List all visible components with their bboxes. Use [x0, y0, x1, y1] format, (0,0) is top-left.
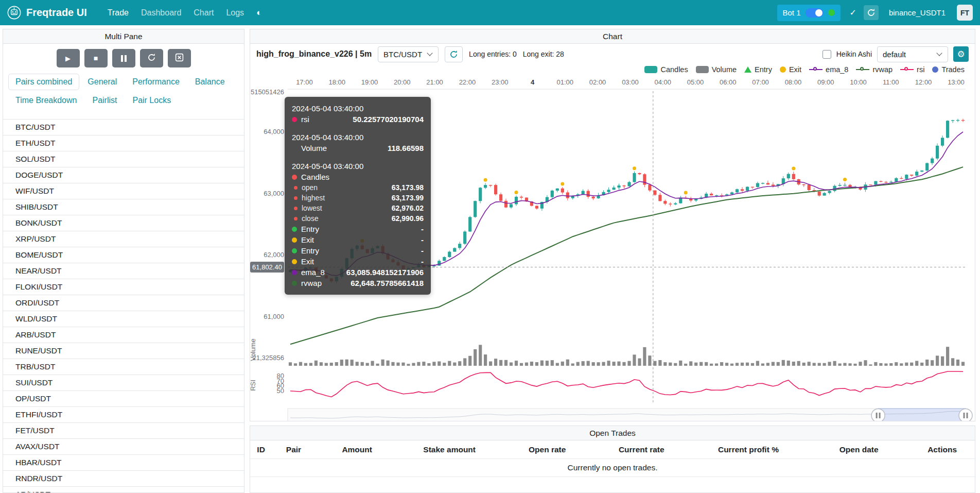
heikin-ashi-label: Heikin Ashi — [836, 50, 872, 58]
pair-list-item[interactable]: AR/USDT — [3, 487, 244, 493]
datazoom-handle-right[interactable] — [959, 409, 972, 422]
legend-label: Trades — [941, 65, 965, 74]
pair-list-item[interactable]: DOGE/USDT — [3, 167, 244, 183]
tab-general[interactable]: General — [80, 74, 124, 90]
start-button[interactable]: ▶ — [57, 49, 80, 67]
column-header-open-date: Open date — [808, 440, 909, 459]
tooltip-value: 62,976.02 — [392, 203, 424, 213]
bot-toggle[interactable] — [806, 8, 824, 18]
refresh-chart-button[interactable] — [445, 46, 463, 62]
price-axis-tick: 63,000 — [264, 190, 284, 197]
legend-label: Exit — [789, 65, 801, 74]
datazoom-handle-left[interactable] — [871, 409, 885, 422]
pair-list-item[interactable]: ETHFI/USDT — [3, 407, 244, 423]
candles-legend-icon — [644, 66, 657, 73]
pair-list-item[interactable]: BONK/USDT — [3, 215, 244, 231]
nav-link-trade[interactable]: Trade — [101, 5, 135, 21]
rsi-marker — [292, 117, 297, 122]
pair-list-item[interactable]: ARB/USDT — [3, 327, 244, 343]
pair-list-item[interactable]: SUI/USDT — [3, 375, 244, 391]
pair-list-item[interactable]: FET/USDT — [3, 423, 244, 439]
tab-balance[interactable]: Balance — [188, 74, 232, 90]
tab-performance[interactable]: Performance — [125, 74, 187, 90]
tooltip-row: Entry- — [292, 245, 424, 256]
tab-pair-locks[interactable]: Pair Locks — [125, 92, 178, 109]
datazoom-selection[interactable] — [878, 409, 966, 421]
x-axis-label: 05:00 — [687, 78, 704, 86]
price-axis-tick: 62,000 — [264, 251, 284, 259]
tooltip-group: 2024-05-04 03:40:00rsi50.22577020190704 — [292, 103, 424, 125]
tooltip-row: Candles — [292, 172, 424, 182]
nav-link-dashboard[interactable]: Dashboard — [135, 5, 187, 21]
x-axis-label: 21:00 — [426, 78, 443, 86]
x-axis-label: 08:00 — [785, 78, 802, 86]
plot-config-select[interactable]: default — [877, 46, 948, 62]
entry-marker — [292, 227, 297, 232]
legend-item-trades[interactable]: Trades — [932, 65, 965, 74]
legend-item-volume[interactable]: Volume — [696, 65, 737, 74]
table-row: Currently no open trades. — [250, 459, 975, 477]
tab-time-breakdown[interactable]: Time Breakdown — [8, 92, 84, 109]
tab-pairs-combined[interactable]: Pairs combined — [8, 74, 79, 90]
legend-item-entry[interactable]: Entry — [744, 65, 772, 74]
force-exit-button[interactable] — [168, 49, 191, 67]
pair-list-item[interactable]: RNDR/USDT — [3, 471, 244, 487]
legend-item-rvwap[interactable]: rvwap — [856, 65, 892, 74]
pair-list-item[interactable]: WIF/USDT — [3, 183, 244, 199]
x-axis-label: 02:00 — [589, 78, 606, 86]
tooltip-label: open — [302, 182, 318, 193]
entry-marker — [292, 248, 297, 253]
stop-icon: ■ — [94, 55, 98, 62]
pause-button[interactable] — [112, 49, 135, 67]
pair-select[interactable]: BTC/USDT — [378, 46, 439, 62]
reload-button[interactable] — [140, 49, 163, 67]
pair-list-item[interactable]: SOL/USDT — [3, 151, 244, 167]
multi-pane-tabs: Pairs combinedGeneralPerformanceBalanceT… — [3, 70, 244, 111]
pair-list: BTC/USDTETH/USDTSOL/USDTDOGE/USDTWIF/USD… — [3, 119, 244, 493]
pair-list-item[interactable]: XRP/USDT — [3, 231, 244, 247]
pair-list-item[interactable]: BTC/USDT — [3, 120, 244, 135]
lowest-marker — [294, 207, 297, 210]
plot-settings-button[interactable]: ⚙ — [953, 46, 969, 62]
avatar[interactable]: FT — [957, 5, 973, 21]
tab-pairlist[interactable]: Pairlist — [85, 92, 124, 109]
pair-list-item[interactable]: WLD/USDT — [3, 311, 244, 327]
nav-link-chart[interactable]: Chart — [187, 5, 220, 21]
rvwap-legend-icon — [856, 66, 869, 73]
pair-list-item[interactable]: NEAR/USDT — [3, 263, 244, 279]
pair-list-item[interactable]: AVAX/USDT — [3, 439, 244, 455]
pair-list-item[interactable]: TRB/USDT — [3, 359, 244, 375]
stop-button[interactable]: ■ — [84, 49, 108, 67]
datazoom-track[interactable] — [288, 409, 966, 421]
pair-list-item[interactable]: RUNE/USDT — [3, 343, 244, 359]
pair-list-item[interactable]: ETH/USDT — [3, 135, 244, 151]
rsi-axis-tick: 50 — [277, 387, 284, 395]
close-marker — [294, 217, 297, 220]
open-trades-header: Open Trades — [250, 426, 975, 440]
empty-trades-message: Currently no open trades. — [250, 459, 975, 477]
theme-toggle-icon[interactable]: ◐ — [256, 8, 261, 18]
open-trades-panel: Open Trades IDPairAmountStake amountOpen… — [250, 426, 975, 493]
entry-legend-icon — [744, 66, 751, 73]
pair-list-item[interactable]: HBAR/USDT — [3, 455, 244, 471]
x-axis-label: 22:00 — [459, 78, 476, 86]
tooltip-label: rvwap — [301, 278, 322, 288]
pair-list-item[interactable]: BOME/USDT — [3, 247, 244, 263]
app-brand[interactable]: Freqtrade UI — [7, 6, 87, 20]
legend-item-ema_8[interactable]: ema_8 — [809, 65, 848, 74]
pair-list-item[interactable]: FLOKI/USDT — [3, 279, 244, 295]
tooltip-row: ema_863,085.948152171906 — [292, 267, 424, 278]
pair-list-item[interactable]: ORDI/USDT — [3, 295, 244, 311]
legend-item-exit[interactable]: Exit — [780, 65, 801, 74]
bot-selector[interactable]: Bot 1 — [777, 5, 841, 21]
heikin-ashi-checkbox[interactable] — [822, 50, 831, 59]
nav-link-logs[interactable]: Logs — [220, 5, 250, 21]
reload-bot-button[interactable] — [864, 5, 879, 20]
legend-item-rsi[interactable]: rsi — [900, 65, 924, 74]
x-axis-label: 13:00 — [948, 78, 965, 86]
pair-list-item[interactable]: SHIB/USDT — [3, 199, 244, 215]
legend-label: rsi — [917, 65, 924, 74]
legend-item-candles[interactable]: Candles — [644, 65, 688, 74]
pair-list-item[interactable]: OP/USDT — [3, 391, 244, 407]
top-navbar: Freqtrade UI TradeDashboardChartLogs ◐ B… — [0, 0, 980, 25]
